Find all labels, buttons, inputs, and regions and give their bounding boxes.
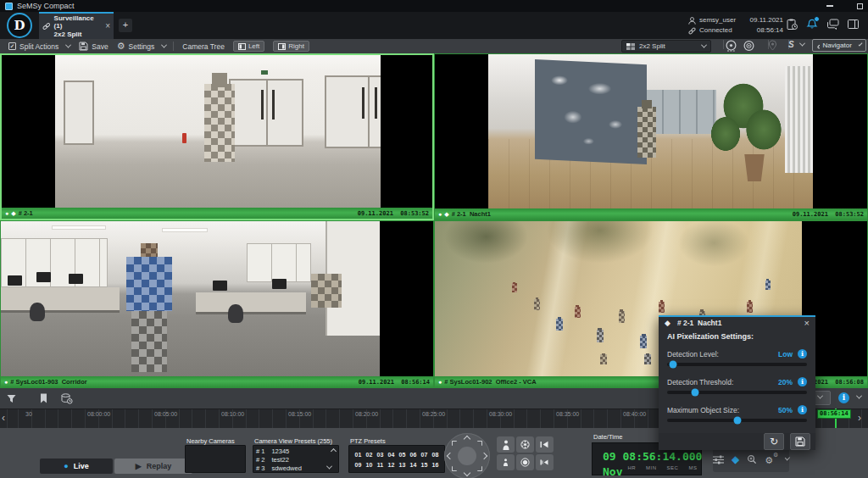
ptz-preset-button[interactable]: 15: [421, 462, 428, 468]
notifications-bell-icon[interactable]: [806, 19, 818, 30]
setting-label: Detection Threshold:: [667, 378, 733, 386]
settings-gears-icon[interactable]: ⚙⚙: [765, 452, 778, 467]
reports-icon[interactable]: [787, 19, 798, 30]
ptz-preset-button[interactable]: 13: [399, 462, 406, 468]
camera-tile-3[interactable]: ● # SysLoc01-903 Corridor 09.11.2021 08:…: [0, 220, 434, 388]
adjustments-sliders-icon[interactable]: [713, 455, 724, 464]
preset-row[interactable]: # 2test22: [253, 456, 338, 464]
timeline-scroll-right-icon[interactable]: ›: [858, 412, 861, 424]
ptz-preset-button[interactable]: 16: [432, 462, 439, 468]
panel-layout-icon[interactable]: [848, 19, 859, 29]
minimize-icon[interactable]: [826, 5, 833, 7]
monitor: [36, 272, 51, 282]
replay-button[interactable]: ▶Replay: [114, 459, 192, 474]
slider-thumb[interactable]: [733, 417, 741, 425]
header-date: 09.11.2021: [744, 15, 783, 25]
ptz-preset-button[interactable]: 07: [421, 452, 428, 458]
ptz-joystick[interactable]: [444, 433, 490, 478]
chevron-down-icon[interactable]: [326, 464, 332, 470]
corner-nw-icon[interactable]: [452, 441, 457, 446]
ptz-preset-button[interactable]: 12: [388, 462, 395, 468]
archive-export-icon[interactable]: [61, 393, 73, 404]
focus-near-button[interactable]: [536, 454, 554, 470]
ptz-preset-button[interactable]: 01: [355, 452, 362, 458]
refresh-button[interactable]: ↻: [764, 433, 784, 450]
tab-surveillance[interactable]: Surveillance (1)2x2 Split ×: [39, 12, 114, 39]
detection-level-slider[interactable]: [667, 363, 807, 366]
joystick-center[interactable]: [458, 447, 476, 465]
bookmark-icon[interactable]: [40, 393, 47, 403]
ptz-preset-button[interactable]: 14: [410, 462, 417, 468]
info-icon[interactable]: i: [838, 392, 849, 403]
messages-icon[interactable]: [826, 19, 839, 30]
zoom-in-button[interactable]: [497, 436, 515, 453]
focus-far-button[interactable]: [536, 436, 554, 453]
tab-close-icon[interactable]: ×: [105, 22, 110, 31]
dome-camera-icon[interactable]: [743, 40, 755, 53]
camera-tree-left-toggle[interactable]: Left: [233, 41, 264, 52]
popup-header[interactable]: ◆ # 2-1 Nacht1 ×: [659, 317, 815, 329]
filter-icon[interactable]: [7, 394, 16, 403]
digital-zoom-icon[interactable]: [747, 454, 757, 464]
ptz-preset-button[interactable]: 04: [388, 452, 395, 458]
maximize-icon[interactable]: [857, 3, 863, 9]
arrow-down-icon[interactable]: [464, 470, 470, 476]
corner-sw-icon[interactable]: [452, 466, 457, 471]
ptz-control-icon[interactable]: [725, 40, 737, 53]
world-map-wall: [535, 59, 647, 164]
timeline-scroll-left-icon[interactable]: ‹: [2, 412, 5, 424]
close-icon[interactable]: ×: [804, 318, 810, 328]
corner-se-icon[interactable]: [477, 466, 482, 471]
detection-threshold-slider[interactable]: [667, 391, 807, 394]
ptz-preset-button[interactable]: 10: [366, 462, 373, 468]
arrow-up-icon[interactable]: [464, 436, 470, 442]
save-button[interactable]: Save: [79, 42, 108, 51]
slider-thumb[interactable]: [692, 389, 699, 397]
video-office: [1, 221, 380, 376]
info-icon[interactable]: i: [798, 349, 807, 358]
live-button[interactable]: ●Live: [40, 459, 113, 474]
iris-open-button[interactable]: [516, 436, 534, 453]
max-object-size-slider[interactable]: [667, 419, 807, 422]
setting-row: Detection Threshold: 20% i: [667, 377, 807, 386]
split-actions-button[interactable]: ✓Split Actions: [8, 42, 70, 51]
ai-diamond-icon[interactable]: ◆: [732, 454, 739, 464]
ptz-preset-button[interactable]: 06: [410, 452, 417, 458]
iris-close-button[interactable]: [516, 454, 534, 470]
setting-label: Maximum Object Size:: [667, 406, 739, 414]
zoom-out-button[interactable]: [497, 454, 515, 470]
ptz-preset-button[interactable]: 08: [432, 452, 439, 458]
nearby-cameras-box[interactable]: [185, 445, 246, 473]
camera-timestamp: 09.11.2021 08:53:52: [793, 211, 864, 218]
chevron-down-icon[interactable]: [785, 455, 790, 460]
slider-thumb[interactable]: [669, 361, 676, 369]
info-icon[interactable]: i: [798, 377, 807, 386]
ptz-preset-button[interactable]: 03: [377, 452, 384, 458]
arrow-left-icon[interactable]: [447, 453, 453, 459]
ptz-preset-button[interactable]: 09: [355, 462, 362, 468]
pixelated-person: [644, 354, 651, 364]
camera-timestamp: 09.11.2021 08:56:14: [359, 379, 430, 386]
ptz-preset-button[interactable]: 11: [377, 462, 383, 468]
ptz-preset-button[interactable]: 02: [366, 452, 373, 458]
preset-row[interactable]: # 112345: [253, 447, 338, 456]
layout-select-dropdown[interactable]: 2x2 Split: [621, 40, 711, 53]
camera-tile-1[interactable]: ● ◆ # 2-1 09.11.2021 08:53:52: [0, 53, 434, 220]
save-settings-button[interactable]: [790, 433, 810, 450]
link-icon: [42, 22, 51, 31]
sequence-dropdown[interactable]: S: [788, 40, 804, 49]
chevron-down-icon: [161, 42, 167, 48]
new-tab-button[interactable]: +: [119, 19, 132, 32]
connection-status: Connected: [699, 25, 732, 36]
iris-close-icon: [520, 458, 530, 467]
ptz-preset-button[interactable]: 05: [399, 452, 406, 458]
camera-tree-right-toggle[interactable]: Right: [273, 41, 309, 52]
corner-ne-icon[interactable]: [477, 441, 482, 446]
info-icon[interactable]: i: [798, 405, 807, 414]
collapse-chevron-icon[interactable]: [856, 393, 862, 399]
navigator-button[interactable]: Navigator: [812, 39, 866, 52]
chevron-up-icon[interactable]: [331, 448, 337, 454]
camera-tile-2[interactable]: ● ◆ # 2-1 Nacht1 09.11.2021 08:53:52: [434, 53, 868, 220]
settings-button[interactable]: ⚙Settings: [117, 42, 167, 51]
arrow-right-icon[interactable]: [481, 453, 487, 459]
